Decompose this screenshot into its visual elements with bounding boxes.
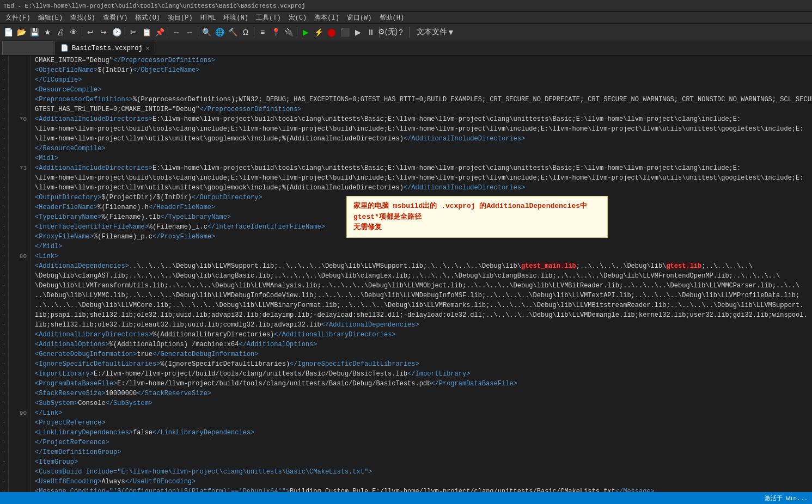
paste-button[interactable]: 📌 [154, 26, 166, 38]
line-number-11: 73 [12, 163, 27, 173]
stop-button[interactable]: ⬤ [326, 26, 338, 38]
menu-format[interactable]: 格式(O) [132, 12, 163, 23]
menu-script[interactable]: 脚本(I) [311, 12, 343, 23]
undo-button[interactable]: ↩ [84, 26, 96, 38]
code-line-30: <GenerateDebugInformation>true</Generate… [30, 349, 812, 359]
forward-button[interactable]: → [184, 26, 196, 38]
line-number-20: 80 [12, 251, 27, 261]
menu-html[interactable]: HTML [197, 13, 219, 23]
rect-button[interactable]: ⬛ [339, 26, 351, 38]
marker-34: · [0, 389, 8, 398]
clock-button[interactable]: 🕐 [111, 26, 123, 38]
textfile-button[interactable]: 文本文件 ▼ [412, 26, 460, 38]
code-line-3: <ResourceCompile> [30, 85, 812, 95]
tab-bar: 📄 BasicTests.vcxproj ✕ [0, 40, 812, 56]
star-button[interactable]: ★ [41, 26, 53, 38]
lightning-button[interactable]: ⚡ [313, 26, 325, 38]
line-number-39 [12, 438, 27, 447]
marker-7: · [0, 124, 8, 134]
line-number-36: 90 [12, 408, 27, 418]
annotation-line1: 家里的电脑 msbuild出的 .vcxproj 的AdditionalDepe… [353, 201, 601, 222]
code-line-37: <ProjectReference> [30, 418, 812, 428]
search-input[interactable] [6, 45, 50, 52]
indent-button[interactable]: ≡ [257, 26, 268, 38]
line-number-35 [12, 398, 27, 408]
marker-40: · [0, 447, 8, 457]
menu-bar: 文件(F) 编辑(E) 查找(S) 查看(V) 格式(O) 项目(P) HTML… [0, 12, 812, 24]
pin-button[interactable]: 📍 [270, 26, 282, 38]
code-line-41: <ItemGroup> [30, 457, 812, 467]
menu-macro[interactable]: 宏(C) [285, 12, 310, 23]
code-line-34: <StackReserveSize>10000000</StackReserve… [30, 389, 812, 398]
code-line-6: <AdditionalIncludeDirectories>E:\llvm-ho… [30, 114, 812, 124]
save-button[interactable]: 💾 [28, 26, 40, 38]
menu-file[interactable]: 文件(F) [2, 12, 34, 23]
cut-button[interactable]: ✂ [127, 26, 139, 38]
code-editor[interactable]: CMAKE_INTDIR="Debug"</PreprocessorDefini… [30, 56, 812, 492]
line-number-9 [12, 144, 27, 153]
tab-close-button[interactable]: ✕ [146, 45, 150, 52]
code-line-19: </Midl> [30, 242, 812, 251]
marker-26: · [0, 310, 8, 320]
preview-button[interactable]: 👁 [68, 26, 80, 38]
menu-tools[interactable]: 工具(T) [253, 12, 284, 23]
line-number-7 [12, 124, 27, 134]
menu-find[interactable]: 查找(S) [67, 12, 99, 23]
help2-button[interactable]: ? [395, 26, 407, 38]
code-line-21: <AdditionalDependencies>..\..\..\..\Debu… [30, 261, 812, 271]
menu-project[interactable]: 项目(P) [164, 12, 196, 23]
pause-button[interactable]: ⏸ [365, 26, 377, 38]
build-button[interactable]: 🔨 [227, 26, 239, 38]
line-number-34 [12, 389, 27, 398]
code-line-32: <ImportLibrary>E:/llvm-home/llvm-project… [30, 369, 812, 379]
menu-view[interactable]: 查看(V) [100, 12, 131, 23]
marker-22: · [0, 271, 8, 281]
menu-help[interactable]: 帮助(H) [376, 12, 408, 23]
code-line-27: lib;shell32.lib;ole32.lib;oleaut32.lib;u… [30, 320, 812, 330]
redo-button[interactable]: ↪ [97, 26, 109, 38]
settings-button[interactable]: ⚙(无) [382, 26, 394, 38]
line-numbers-content: 70738090100 [12, 56, 27, 492]
char-button[interactable]: Ω [240, 26, 252, 38]
open-button[interactable]: 📂 [15, 26, 27, 38]
marker-42: · [0, 467, 8, 477]
print-button[interactable]: 🖨 [54, 26, 66, 38]
line-number-44 [12, 487, 27, 492]
search-button[interactable]: 🔍 [200, 26, 212, 38]
tab-search[interactable] [2, 41, 53, 55]
code-line-38: <LinkLibraryDependencies>false</LinkLibr… [30, 428, 812, 438]
line-number-26 [12, 310, 27, 320]
marker-16: · [0, 212, 8, 222]
code-line-5: GTEST_HAS_TR1_TUPLE=0;CMAKE_INTDIR="Debu… [30, 105, 812, 114]
marker-30: · [0, 349, 8, 359]
line-number-28 [12, 330, 27, 340]
play-button[interactable]: ▶ [300, 26, 312, 38]
title-text: TEd - E:\llvm-home\llvm-project\build\to… [3, 3, 306, 9]
copy-button[interactable]: 📋 [141, 26, 152, 38]
marker-2: · [0, 75, 8, 85]
line-number-33 [12, 379, 27, 389]
annotation-line2: 无需修复 [353, 222, 601, 233]
marker-27: · [0, 320, 8, 330]
code-line-9: </ResourceCompile> [30, 144, 812, 153]
marker-29: · [0, 340, 8, 349]
play2-button[interactable]: ▶ [352, 26, 364, 38]
menu-window[interactable]: 窗口(W) [344, 12, 375, 23]
marker-0: · [0, 56, 8, 65]
marker-18: · [0, 232, 8, 242]
plug-button[interactable]: 🔌 [283, 26, 295, 38]
code-line-8: \llvm-home\llvm-project\llvm\utils\unitt… [30, 134, 812, 144]
menu-env[interactable]: 环境(N) [220, 12, 252, 23]
line-number-13 [12, 183, 27, 193]
file-icon: 📄 [60, 44, 69, 52]
code-content: CMAKE_INTDIR="Debug"</PreprocessorDefini… [30, 56, 812, 492]
new-button[interactable]: 📄 [2, 26, 14, 38]
globe-button[interactable]: 🌐 [213, 26, 225, 38]
back-button[interactable]: ← [170, 26, 182, 38]
menu-edit[interactable]: 编辑(E) [35, 12, 66, 23]
sep4 [198, 27, 198, 38]
line-number-1 [12, 65, 27, 75]
tab-basictest[interactable]: 📄 BasicTests.vcxproj ✕ [54, 41, 155, 55]
line-number-40 [12, 447, 27, 457]
line-number-8 [12, 134, 27, 144]
